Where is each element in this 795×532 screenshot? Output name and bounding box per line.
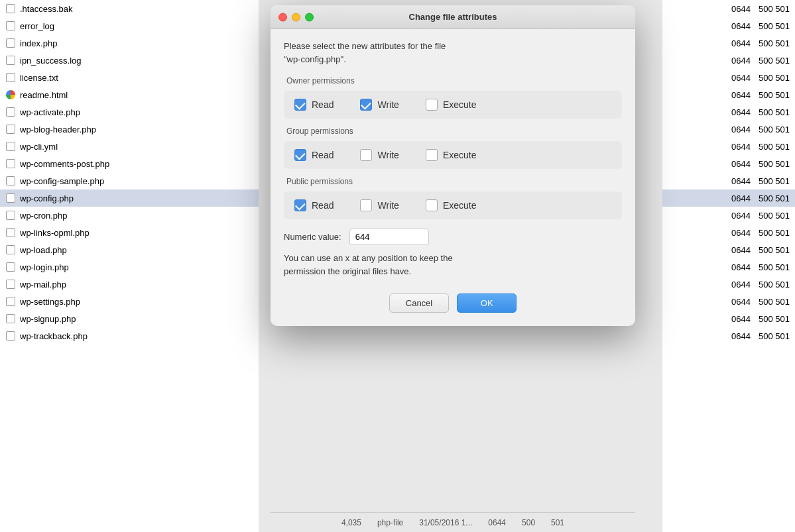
dialog-title: Change file attributes xyxy=(409,12,497,22)
owner-write-checkbox[interactable] xyxy=(360,99,372,111)
file-list-item[interactable]: wp-login.php xyxy=(0,258,259,276)
dialog-buttons: Cancel OK xyxy=(284,288,622,315)
file-list-item[interactable]: wp-trackback.php xyxy=(0,327,259,345)
file-list-item[interactable]: wp-comments-post.php xyxy=(0,155,259,172)
file-list-item[interactable]: wp-load.php xyxy=(0,241,259,258)
group-write-label: Write xyxy=(377,150,398,160)
dialog-description: Please select the new attributes for the… xyxy=(284,40,622,66)
ok-button[interactable]: OK xyxy=(457,293,517,313)
file-list-item[interactable]: wp-config-sample.php xyxy=(0,172,259,189)
public-read-checkbox[interactable] xyxy=(294,199,306,211)
file-list-item[interactable]: .htaccess.bak xyxy=(0,0,259,17)
file-list-item[interactable]: wp-cli.yml xyxy=(0,138,259,155)
public-permissions-label: Public permissions xyxy=(284,177,622,186)
traffic-lights xyxy=(278,13,314,21)
group-write-item: Write xyxy=(360,149,398,161)
owner-execute-checkbox[interactable] xyxy=(426,99,438,111)
public-execute-item: Execute xyxy=(426,199,477,211)
owner-read-checkbox[interactable] xyxy=(294,99,306,111)
file-list-item[interactable]: ipn_success.log xyxy=(0,52,259,69)
minimize-button[interactable] xyxy=(292,13,300,21)
file-list-item[interactable]: index.php xyxy=(0,34,259,52)
group-permissions-label: Group permissions xyxy=(284,127,622,136)
public-permissions-box: Read Write Execute xyxy=(284,191,622,219)
public-write-checkbox[interactable] xyxy=(360,199,372,211)
hint-text: You can use an x at any position to keep… xyxy=(284,252,622,278)
group-read-checkbox[interactable] xyxy=(294,149,306,161)
file-list-item[interactable]: wp-blog-header.php xyxy=(0,121,259,138)
maximize-button[interactable] xyxy=(305,13,314,21)
owner-permissions-box: Read Write Execute xyxy=(284,91,622,119)
file-list-item[interactable]: wp-mail.php xyxy=(0,276,259,293)
dialog-body: Please select the new attributes for the… xyxy=(271,29,635,326)
group-read-label: Read xyxy=(312,150,334,160)
group-execute-item: Execute xyxy=(426,149,477,161)
file-list-item[interactable]: wp-links-opml.php xyxy=(0,224,259,241)
file-perm: 0644 xyxy=(488,518,506,527)
numeric-row: Numeric value: xyxy=(284,229,622,245)
file-list-item[interactable]: wp-cron.php xyxy=(0,207,259,224)
public-write-label: Write xyxy=(377,200,398,211)
file-list-item[interactable]: wp-signup.php xyxy=(0,310,259,327)
right-columns: 0644500 501 0644500 501 0644500 501 0644… xyxy=(662,0,795,532)
file-list-item[interactable]: error_log xyxy=(0,17,259,34)
file-list: .htaccess.bak error_log index.php ipn_su… xyxy=(0,0,259,532)
cancel-button[interactable]: Cancel xyxy=(389,293,449,313)
public-read-label: Read xyxy=(312,200,334,211)
file-list-item[interactable]: license.txt xyxy=(0,69,259,86)
file-date: 31/05/2016 1... xyxy=(419,518,472,527)
group-execute-label: Execute xyxy=(443,150,477,160)
group-execute-checkbox[interactable] xyxy=(426,149,438,161)
file-list-item[interactable]: wp-settings.php xyxy=(0,293,259,310)
owner-permissions-label: Owner permissions xyxy=(284,76,622,85)
public-read-item: Read xyxy=(294,199,334,211)
public-execute-label: Execute xyxy=(443,200,477,211)
owner-write-item: Write xyxy=(360,99,398,111)
public-permissions-section: Public permissions Read Write Execute xyxy=(284,177,622,219)
file-group: 501 xyxy=(551,518,564,527)
file-size: 4,035 xyxy=(341,518,361,527)
public-execute-checkbox[interactable] xyxy=(426,199,438,211)
file-list-item-selected[interactable]: wp-config.php xyxy=(0,189,259,207)
group-read-item: Read xyxy=(294,149,334,161)
public-write-item: Write xyxy=(360,199,398,211)
close-button[interactable] xyxy=(278,13,287,21)
owner-execute-label: Execute xyxy=(443,99,477,110)
file-type: php-file xyxy=(377,518,403,527)
file-owner: 500 xyxy=(522,518,535,527)
numeric-input[interactable] xyxy=(349,229,429,245)
group-write-checkbox[interactable] xyxy=(360,149,372,161)
owner-write-label: Write xyxy=(377,99,398,110)
bottom-status-bar: 4,035 php-file 31/05/2016 1... 0644 500 … xyxy=(271,512,635,532)
file-list-item[interactable]: readme.html xyxy=(0,86,259,103)
group-permissions-box: Read Write Execute xyxy=(284,141,622,169)
owner-permissions-section: Owner permissions Read Write Execute xyxy=(284,76,622,119)
file-list-item[interactable]: wp-activate.php xyxy=(0,103,259,121)
owner-execute-item: Execute xyxy=(426,99,477,111)
owner-read-label: Read xyxy=(312,99,334,110)
dialog-titlebar: Change file attributes xyxy=(271,5,635,29)
owner-read-item: Read xyxy=(294,99,334,111)
numeric-label: Numeric value: xyxy=(284,232,341,242)
change-file-attributes-dialog: Change file attributes Please select the… xyxy=(271,5,635,326)
group-permissions-section: Group permissions Read Write Execute xyxy=(284,127,622,169)
